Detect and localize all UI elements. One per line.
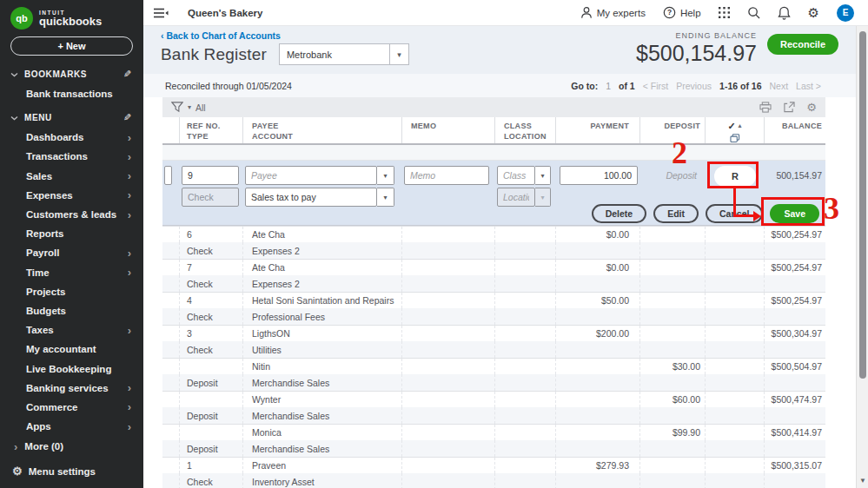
payee-input[interactable] — [245, 166, 377, 185]
class-value — [495, 260, 556, 275]
row-selector[interactable] — [164, 166, 172, 185]
sidebar-item-sales[interactable]: › Sales › — [0, 167, 143, 186]
col-class-location[interactable]: CLASSLOCATION — [495, 117, 556, 143]
transaction-row[interactable]: 7 Ate Cha $0.00 $500,254.97 Check Expens… — [162, 259, 825, 292]
transaction-row[interactable]: 3 LigthsON $200.00 $500,304.97 Check Uti… — [162, 325, 825, 358]
chevron-down-icon[interactable]: ▾ — [390, 43, 409, 65]
sidebar-item-more-0-[interactable]: › More (0) › — [0, 436, 143, 457]
user-avatar[interactable]: E — [837, 4, 854, 22]
sidebar-item-time[interactable]: › Time › — [0, 263, 143, 282]
deposit-value: $99.90 — [640, 425, 706, 440]
previous-page-link[interactable]: Previous — [676, 81, 712, 91]
print-icon[interactable] — [759, 102, 772, 113]
payee-value: Wynter — [243, 392, 402, 407]
account-select-value[interactable]: Metrobank — [279, 43, 390, 65]
payment-input[interactable] — [560, 166, 638, 185]
account-value: Merchandise Sales — [243, 374, 402, 391]
goto-label: Go to: — [571, 81, 598, 91]
sidebar-item-my-accountant[interactable]: › My accountant › — [0, 340, 143, 359]
page-header: ‹ Back to Chart of Accounts Bank Registe… — [143, 26, 868, 74]
deposit-value — [640, 458, 706, 473]
transaction-row[interactable]: 1 Praveen $279.93 $500,315.07 Check Inve… — [162, 457, 825, 488]
class-input[interactable] — [497, 166, 535, 185]
reconcile-status-value — [706, 227, 765, 242]
scrollbar-thumb[interactable] — [859, 31, 866, 379]
filter-button[interactable]: ▾ All — [171, 102, 206, 113]
my-experts-button[interactable]: My experts — [580, 6, 646, 19]
export-icon[interactable] — [783, 102, 795, 113]
col-payment[interactable]: PAYMENT — [556, 117, 640, 143]
sidebar-item-customers-leads[interactable]: › Customers & leads › — [0, 205, 143, 224]
settings-gear-icon[interactable]: ⚙ — [808, 6, 819, 19]
col-reconcile-status[interactable]: ✓ ▴ — [706, 117, 765, 143]
apps-grid-icon[interactable] — [719, 7, 730, 18]
ref-no-value — [180, 359, 243, 374]
next-page-link[interactable]: Next — [770, 81, 789, 91]
sidebar-item-label: Payroll — [26, 247, 128, 258]
bookmarks-section-header[interactable]: BOOKMARKS ✎ — [0, 63, 143, 84]
sidebar-item-projects[interactable]: › Projects › — [0, 282, 143, 301]
account-input[interactable] — [245, 188, 377, 207]
payee-value: Nitin — [243, 359, 402, 374]
sidebar-item-expenses[interactable]: › Expenses › — [0, 186, 143, 205]
balance-value: $500,414.97 — [765, 425, 825, 440]
notifications-bell-icon[interactable] — [778, 6, 791, 20]
ref-no-input[interactable] — [182, 166, 239, 185]
memo-value — [402, 392, 495, 407]
memo-input[interactable] — [404, 166, 489, 185]
transaction-row[interactable]: Nitin $30.00 $500,504.97 Deposit Merchan… — [162, 358, 825, 391]
col-payee-account[interactable]: PAYEEACCOUNT — [243, 117, 402, 143]
help-label: Help — [680, 8, 701, 18]
transaction-row[interactable]: 6 Ate Cha $0.00 $500,254.97 Check Expens… — [162, 226, 825, 259]
reconcile-status-value — [706, 326, 765, 341]
sidebar-item-live-bookkeeping[interactable]: › Live Bookkeeping › — [0, 359, 143, 378]
sidebar-item-commerce[interactable]: › Commerce › — [0, 398, 143, 417]
copy-icon[interactable] — [730, 134, 740, 143]
collapse-menu-icon[interactable] — [154, 8, 169, 18]
page-number-input[interactable]: 1 — [606, 81, 611, 91]
annotation-arrow-head — [753, 211, 761, 221]
sidebar-item-payroll[interactable]: › Payroll › — [0, 243, 143, 262]
company-name[interactable]: Queen's Bakery — [188, 8, 262, 18]
sidebar-item-label: Expenses — [26, 190, 128, 201]
account-select[interactable]: Metrobank ▾ — [279, 43, 409, 65]
transaction-row[interactable]: 4 Hetal Soni Sanintation and Repairs $50… — [162, 292, 825, 325]
payee-dropdown-arrow[interactable]: ▾ — [377, 166, 394, 185]
transaction-row[interactable]: Monica $99.90 $500,414.97 Deposit Mercha… — [162, 424, 825, 457]
sidebar-item-banking-services[interactable]: › Banking services › — [0, 379, 143, 398]
new-button[interactable]: + New — [10, 36, 133, 56]
edit-pencil-icon[interactable]: ✎ — [123, 112, 131, 123]
transaction-row[interactable]: Wynter $60.00 $500,474.97 Deposit Mercha… — [162, 391, 825, 424]
memo-value — [402, 260, 495, 275]
sidebar-item-transactions[interactable]: › Transactions › — [0, 147, 143, 166]
location-input — [497, 188, 535, 207]
menu-section-header[interactable]: MENU ✎ — [0, 106, 143, 128]
class-value — [495, 425, 556, 440]
class-dropdown-arrow[interactable]: ▾ — [535, 166, 551, 185]
sidebar-item-reports[interactable]: › Reports › — [0, 224, 143, 243]
help-button[interactable]: ? Help — [663, 6, 701, 19]
col-ref-type[interactable]: REF NO.TYPE — [180, 117, 243, 143]
sidebar-item-apps[interactable]: › Apps › — [0, 417, 143, 436]
first-page-link[interactable]: < First — [643, 81, 668, 91]
type-value: Check — [180, 341, 243, 358]
sidebar-item-taxes[interactable]: › Taxes › — [0, 320, 143, 340]
scroll-down-arrow[interactable]: ▼ — [859, 477, 866, 485]
vertical-scrollbar[interactable]: ▼ — [856, 26, 868, 488]
search-icon[interactable] — [747, 6, 760, 19]
account-dropdown-arrow[interactable]: ▾ — [377, 188, 394, 207]
sidebar-item-dashboards[interactable]: › Dashboards › — [0, 128, 143, 147]
last-page-link[interactable]: Last > — [796, 81, 821, 91]
edit-pencil-icon[interactable]: ✎ — [123, 69, 131, 80]
table-settings-gear-icon[interactable]: ⚙ — [806, 102, 817, 113]
col-memo[interactable]: MEMO — [402, 117, 495, 143]
col-balance[interactable]: BALANCE — [765, 117, 825, 143]
delete-button[interactable]: Delete — [592, 204, 647, 223]
edit-button[interactable]: Edit — [653, 204, 699, 223]
gear-icon: ⚙ — [12, 465, 23, 478]
reconcile-button[interactable]: Reconcile — [767, 34, 838, 55]
deposit-value — [640, 293, 706, 308]
menu-settings-button[interactable]: ⚙ Menu settings — [12, 465, 96, 478]
sidebar-item-bank-transactions[interactable]: Bank transactions — [0, 84, 143, 102]
sidebar-item-budgets[interactable]: › Budgets › — [0, 301, 143, 320]
